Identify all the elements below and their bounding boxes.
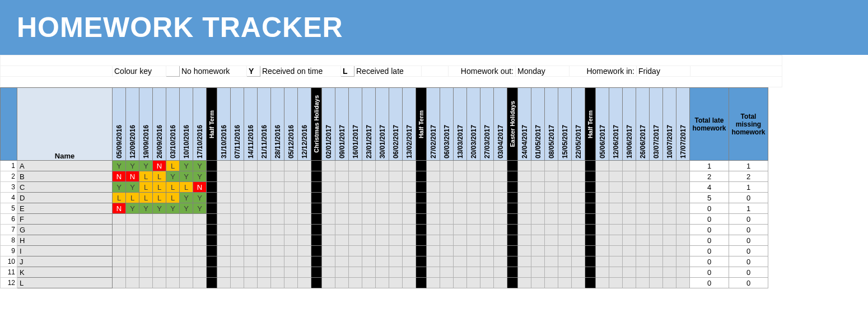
week-cell[interactable]	[454, 203, 467, 214]
week-cell[interactable]	[180, 278, 193, 288]
week-cell[interactable]	[623, 161, 636, 171]
week-cell[interactable]	[650, 203, 663, 214]
week-cell[interactable]: Y	[180, 203, 193, 214]
week-cell[interactable]	[362, 225, 376, 235]
week-cell[interactable]	[636, 278, 650, 288]
week-cell[interactable]	[244, 278, 258, 288]
week-cell[interactable]	[467, 161, 480, 171]
week-cell[interactable]	[454, 225, 467, 235]
week-cell[interactable]	[676, 193, 690, 203]
week-cell[interactable]	[298, 267, 311, 278]
week-cell[interactable]	[480, 246, 494, 256]
week-cell[interactable]	[349, 193, 362, 203]
week-cell[interactable]	[376, 193, 389, 203]
week-cell[interactable]	[193, 225, 207, 235]
week-cell[interactable]	[166, 267, 180, 278]
week-cell[interactable]	[231, 278, 244, 288]
week-cell[interactable]	[663, 161, 676, 171]
week-cell[interactable]	[335, 203, 349, 214]
week-cell[interactable]	[298, 225, 311, 235]
week-cell[interactable]	[153, 256, 166, 267]
week-cell[interactable]	[217, 235, 231, 246]
week-cell[interactable]	[244, 182, 258, 193]
week-cell[interactable]	[531, 203, 545, 214]
week-cell[interactable]	[467, 203, 480, 214]
week-cell[interactable]	[636, 193, 650, 203]
week-cell[interactable]	[572, 235, 585, 246]
week-cell[interactable]: Y	[193, 171, 207, 182]
week-cell[interactable]	[322, 161, 335, 171]
week-cell[interactable]	[663, 267, 676, 278]
week-cell[interactable]	[403, 171, 416, 182]
week-cell[interactable]	[480, 278, 494, 288]
week-cell[interactable]	[650, 256, 663, 267]
week-cell[interactable]	[518, 267, 531, 278]
week-cell[interactable]	[545, 267, 558, 278]
week-cell[interactable]	[467, 193, 480, 203]
week-cell[interactable]	[193, 267, 207, 278]
week-cell[interactable]	[609, 203, 623, 214]
week-cell[interactable]	[217, 161, 231, 171]
week-cell[interactable]	[440, 171, 454, 182]
week-cell[interactable]	[494, 182, 507, 193]
week-cell[interactable]	[126, 214, 139, 225]
week-cell[interactable]	[322, 235, 335, 246]
week-cell[interactable]	[440, 235, 454, 246]
week-cell[interactable]	[558, 235, 572, 246]
week-cell[interactable]	[623, 214, 636, 225]
student-name-cell[interactable]: C	[17, 182, 113, 193]
week-cell[interactable]	[231, 193, 244, 203]
week-cell[interactable]: Y	[126, 161, 139, 171]
week-cell[interactable]	[284, 246, 298, 256]
week-cell[interactable]	[322, 256, 335, 267]
week-cell[interactable]	[284, 193, 298, 203]
week-cell[interactable]	[193, 214, 207, 225]
week-cell[interactable]	[558, 161, 572, 171]
week-cell[interactable]	[231, 267, 244, 278]
week-cell[interactable]: L	[139, 171, 153, 182]
week-cell[interactable]	[427, 161, 440, 171]
week-cell[interactable]	[467, 278, 480, 288]
week-cell[interactable]	[676, 225, 690, 235]
week-cell[interactable]	[376, 182, 389, 193]
week-cell[interactable]	[596, 256, 609, 267]
week-cell[interactable]	[153, 278, 166, 288]
student-name-cell[interactable]: J	[17, 256, 113, 267]
week-cell[interactable]	[231, 246, 244, 256]
week-cell[interactable]	[558, 203, 572, 214]
week-cell[interactable]: Y	[139, 203, 153, 214]
week-cell[interactable]	[217, 246, 231, 256]
week-cell[interactable]	[650, 246, 663, 256]
week-cell[interactable]	[480, 235, 494, 246]
week-cell[interactable]	[126, 225, 139, 235]
week-cell[interactable]	[362, 193, 376, 203]
week-cell[interactable]	[284, 203, 298, 214]
week-cell[interactable]	[572, 225, 585, 235]
week-cell[interactable]	[676, 246, 690, 256]
week-cell[interactable]	[362, 235, 376, 246]
week-cell[interactable]	[113, 267, 126, 278]
student-name-cell[interactable]: L	[17, 278, 113, 288]
week-cell[interactable]	[258, 225, 271, 235]
week-cell[interactable]	[322, 182, 335, 193]
week-cell[interactable]	[139, 214, 153, 225]
week-cell[interactable]	[298, 256, 311, 267]
week-cell[interactable]: Y	[113, 161, 126, 171]
week-cell[interactable]	[258, 256, 271, 267]
week-cell[interactable]	[244, 256, 258, 267]
week-cell[interactable]	[284, 235, 298, 246]
week-cell[interactable]	[676, 214, 690, 225]
week-cell[interactable]	[403, 235, 416, 246]
week-cell[interactable]	[271, 235, 284, 246]
week-cell[interactable]	[231, 214, 244, 225]
week-cell[interactable]	[545, 235, 558, 246]
week-cell[interactable]	[335, 225, 349, 235]
week-cell[interactable]	[217, 171, 231, 182]
week-cell[interactable]	[596, 235, 609, 246]
week-cell[interactable]	[440, 256, 454, 267]
week-cell[interactable]	[244, 171, 258, 182]
week-cell[interactable]	[322, 225, 335, 235]
week-cell[interactable]	[335, 267, 349, 278]
week-cell[interactable]	[494, 171, 507, 182]
week-cell[interactable]	[636, 203, 650, 214]
